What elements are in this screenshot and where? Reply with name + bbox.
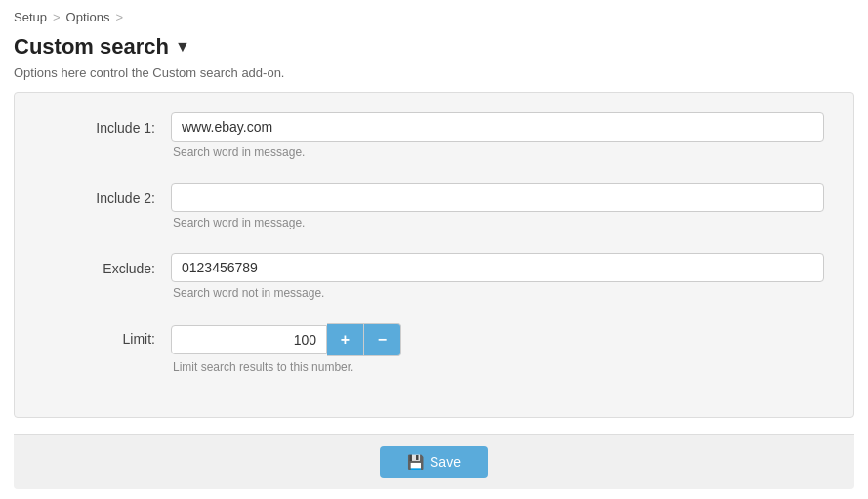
- page-subtitle: Options here control the Custom search a…: [0, 63, 868, 92]
- include2-label: Include 2:: [44, 183, 171, 206]
- include2-hint: Search word in message.: [171, 216, 824, 229]
- breadcrumb-sep2: >: [115, 10, 123, 24]
- exclude-input[interactable]: [171, 253, 824, 282]
- limit-input[interactable]: [171, 325, 327, 354]
- exclude-hint: Search word not in message.: [171, 286, 824, 300]
- breadcrumb: Setup > Options >: [0, 0, 868, 30]
- page-title: Custom search: [14, 34, 169, 60]
- breadcrumb-options[interactable]: Options: [66, 10, 110, 24]
- breadcrumb-sep1: >: [53, 10, 61, 24]
- limit-hint: Limit search results to this number.: [171, 360, 824, 374]
- breadcrumb-setup[interactable]: Setup: [14, 10, 47, 24]
- page-title-row: Custom search ▼: [0, 30, 868, 63]
- title-dropdown-icon[interactable]: ▼: [175, 38, 190, 56]
- exclude-label: Exclude:: [44, 253, 171, 276]
- limit-label: Limit:: [44, 323, 171, 347]
- options-form: Include 1: Search word in message. Inclu…: [14, 92, 854, 418]
- exclude-field-col: Search word not in message.: [171, 253, 824, 313]
- limit-row: Limit: + − Limit search results to this …: [44, 323, 824, 388]
- exclude-row: Exclude: Search word not in message.: [44, 253, 824, 313]
- include1-label: Include 1:: [44, 112, 171, 136]
- limit-plus-button[interactable]: +: [327, 323, 364, 356]
- include2-field-col: Search word in message.: [171, 183, 824, 243]
- include1-row: Include 1: Search word in message.: [44, 112, 824, 173]
- include2-input[interactable]: [171, 183, 824, 212]
- limit-field-col: + − Limit search results to this number.: [171, 323, 824, 388]
- limit-stepper: + −: [171, 323, 824, 356]
- include1-input[interactable]: [171, 112, 824, 142]
- save-button[interactable]: 💾 Save: [380, 446, 488, 478]
- include2-row: Include 2: Search word in message.: [44, 183, 824, 243]
- include1-field-col: Search word in message.: [171, 112, 824, 173]
- include1-hint: Search word in message.: [171, 146, 824, 159]
- save-icon: 💾: [407, 454, 424, 470]
- save-label: Save: [430, 454, 461, 470]
- footer-bar: 💾 Save: [14, 434, 854, 489]
- limit-minus-button[interactable]: −: [364, 323, 401, 356]
